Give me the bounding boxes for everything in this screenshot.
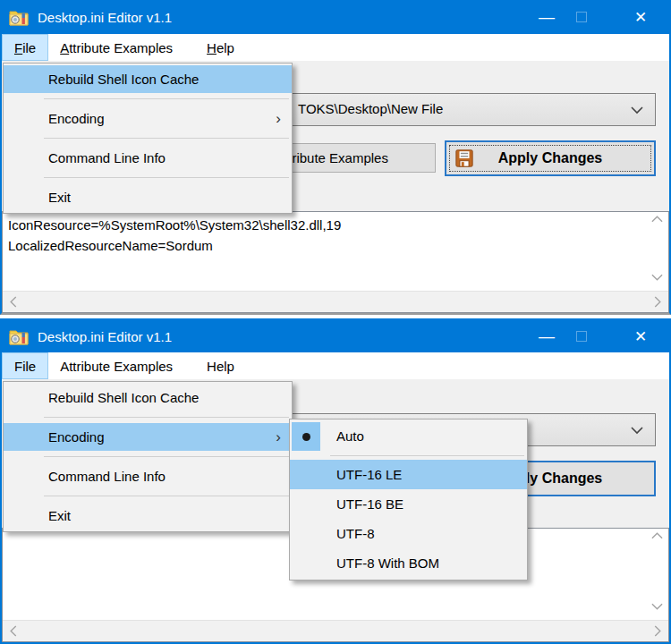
menu-separator [44, 496, 289, 496]
file-menu-dropdown: Rebuild Shell Icon Cache Encoding › Comm… [3, 63, 293, 214]
chevron-down-icon[interactable] [631, 427, 643, 435]
menu-help[interactable]: Help [195, 34, 246, 61]
scroll-left-icon[interactable] [9, 625, 17, 637]
maximize-button[interactable] [562, 0, 601, 34]
editor-line: LocalizedResourceName=Sordum [3, 235, 668, 256]
menuitem-encoding[interactable]: Encoding › [4, 105, 292, 132]
ini-editor-textarea[interactable]: IconResource=%SystemRoot%\System32\shell… [2, 211, 669, 313]
file-menu-dropdown: Rebuild Shell Icon Cache Encoding › Comm… [3, 381, 293, 532]
encoding-submenu: Auto UTF-16 LE UTF-16 BE UTF-8 UTF-8 Wit… [289, 419, 528, 580]
scroll-up-icon[interactable] [651, 531, 664, 544]
maximize-icon [576, 331, 587, 342]
save-floppy-icon [454, 148, 474, 168]
scroll-left-icon[interactable] [9, 296, 17, 308]
menubar: File Attribute Examples Help [2, 352, 669, 379]
window-body: TOKS\Desktop\New File Apply Changes [2, 379, 669, 642]
apply-changes-button[interactable]: Apply Changes [445, 140, 656, 176]
scroll-right-icon[interactable] [654, 625, 662, 637]
path-combobox-value: TOKS\Desktop\New File [298, 101, 443, 116]
window-title: Desktop.ini Editor v1.1 [38, 329, 172, 344]
scroll-down-icon[interactable] [651, 274, 664, 286]
menu-separator [330, 455, 524, 456]
menuitem-command-line-info[interactable]: Command Line Info [4, 462, 292, 490]
close-button[interactable]: ✕ [621, 320, 660, 352]
window-top: Desktop.ini Editor v1.1 — ✕ File Attribu… [0, 0, 671, 315]
menuitem-rebuild-shell-icon-cache[interactable]: Rebuild Shell Icon Cache [4, 384, 292, 411]
window-body: TOKS\Desktop\New File Attribute Examples [2, 61, 669, 313]
maximize-icon [576, 12, 587, 22]
submenu-arrow-icon: › [276, 105, 281, 132]
radio-selected-background [292, 422, 320, 451]
menu-separator [44, 417, 289, 418]
app-icon [9, 328, 29, 345]
menu-separator [44, 177, 289, 178]
menu-attribute-examples[interactable]: Attribute Examples [48, 34, 184, 61]
horizontal-scrollbar[interactable] [3, 620, 668, 641]
scroll-right-icon[interactable] [654, 296, 662, 308]
menu-attribute-examples[interactable]: Attribute Examples [48, 352, 184, 379]
scroll-down-icon[interactable] [651, 603, 664, 615]
submenuitem-utf8[interactable]: UTF-8 [290, 519, 527, 548]
menuitem-command-line-info[interactable]: Command Line Info [4, 144, 292, 172]
window-bottom: Desktop.ini Editor v1.1 — ✕ File Attribu… [0, 318, 671, 644]
menu-file[interactable]: File [2, 34, 48, 61]
menu-separator [44, 98, 289, 99]
menuitem-rebuild-shell-icon-cache[interactable]: Rebuild Shell Icon Cache [4, 65, 292, 93]
submenuitem-utf8bom[interactable]: UTF-8 With BOM [290, 548, 527, 578]
scroll-up-icon[interactable] [651, 215, 664, 227]
menu-file[interactable]: File [2, 352, 48, 379]
submenuitem-utf16be[interactable]: UTF-16 BE [290, 489, 527, 519]
horizontal-scrollbar[interactable] [3, 291, 668, 312]
app-icon [9, 9, 29, 26]
editor-line: IconResource=%SystemRoot%\System32\shell… [3, 212, 668, 235]
menuitem-exit[interactable]: Exit [4, 183, 292, 211]
close-button[interactable]: ✕ [621, 0, 660, 34]
menu-separator [44, 456, 289, 457]
chevron-down-icon[interactable] [631, 106, 643, 114]
menuitem-exit[interactable]: Exit [4, 502, 292, 530]
window-title: Desktop.ini Editor v1.1 [38, 10, 172, 25]
submenu-arrow-icon: › [276, 423, 281, 451]
minimize-button[interactable]: — [527, 320, 566, 352]
radio-dot-icon [302, 433, 310, 441]
menu-separator [44, 138, 289, 139]
maximize-button[interactable] [562, 320, 601, 352]
titlebar[interactable]: Desktop.ini Editor v1.1 — ✕ [2, 320, 669, 352]
submenuitem-auto[interactable]: Auto [290, 421, 527, 452]
menubar: File Attribute Examples Help [2, 34, 669, 61]
menuitem-encoding[interactable]: Encoding › [4, 423, 292, 451]
titlebar[interactable]: Desktop.ini Editor v1.1 — ✕ [2, 0, 669, 34]
menu-help[interactable]: Help [195, 352, 246, 379]
minimize-button[interactable]: — [527, 0, 566, 34]
submenuitem-utf16le[interactable]: UTF-16 LE [290, 460, 527, 489]
